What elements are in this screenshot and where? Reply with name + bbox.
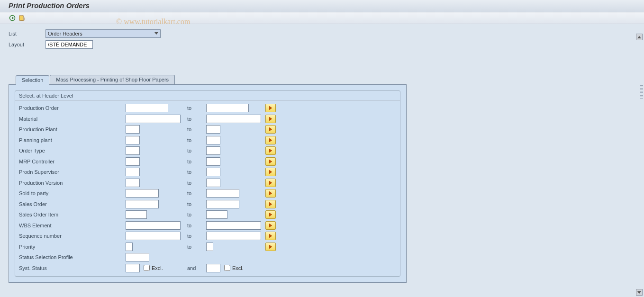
sales-order-from[interactable]	[126, 200, 159, 208]
production-version-multi[interactable]	[265, 179, 276, 187]
arrow-right-icon	[269, 191, 272, 195]
wbs-element-from[interactable]	[126, 221, 181, 230]
excl-1-wrap[interactable]: Excl.	[144, 265, 163, 271]
sequence-number-to[interactable]	[206, 232, 261, 240]
excl-1-checkbox[interactable]	[144, 265, 150, 271]
excl-2-checkbox[interactable]	[224, 265, 230, 271]
sales-order-item-to[interactable]	[206, 210, 227, 219]
mrp-controller-multi[interactable]	[265, 157, 276, 166]
sold-to-party-multi[interactable]	[265, 189, 276, 198]
material-from[interactable]	[126, 115, 181, 123]
wbs-element-to[interactable]	[206, 221, 261, 230]
scroll-up-button[interactable]	[636, 34, 643, 40]
tab-mass-processing[interactable]: Mass Processing - Printing of Shop Floor…	[50, 75, 175, 84]
toolbar	[0, 12, 644, 24]
prodn-supervisor-to[interactable]	[206, 168, 220, 176]
arrow-right-icon	[269, 224, 272, 227]
status-selection-profile-input[interactable]	[126, 253, 149, 261]
sequence-number-from[interactable]	[126, 232, 181, 240]
sold-to-party-to[interactable]	[206, 189, 239, 198]
sales-order-item-from[interactable]	[126, 210, 147, 219]
arrow-right-icon	[269, 138, 272, 142]
row-order-type: Order Type to	[19, 145, 396, 156]
label-syst-status: Syst. Status	[19, 265, 126, 271]
production-version-to[interactable]	[206, 179, 220, 187]
arrow-right-icon	[269, 106, 272, 110]
row-production-version: Production Version to	[19, 178, 396, 189]
arrow-right-icon	[269, 202, 272, 206]
label-planning-plant: Planning plant	[19, 137, 126, 143]
row-mrp-controller: MRP Controller to	[19, 156, 396, 167]
page-title: Print Production Orders	[0, 0, 644, 12]
prodn-supervisor-multi[interactable]	[265, 168, 276, 176]
row-sales-order-item: Sales Order Item to	[19, 209, 396, 220]
wbs-element-multi[interactable]	[265, 221, 276, 230]
label-material: Material	[19, 116, 126, 122]
row-sequence-number: Sequence number to	[19, 231, 396, 242]
production-plant-from[interactable]	[126, 125, 140, 134]
row-material: Material to	[19, 114, 396, 125]
scroll-down-button[interactable]	[636, 289, 643, 296]
row-prodn-supervisor: Prodn Supervisor to	[19, 167, 396, 178]
planning-plant-multi[interactable]	[265, 136, 276, 144]
order-type-from[interactable]	[126, 146, 140, 155]
list-dropdown[interactable]: Order Headers	[45, 29, 161, 38]
tab-selection[interactable]: Selection	[16, 75, 49, 85]
row-sold-to-party: Sold-to party to	[19, 188, 396, 199]
planning-plant-to[interactable]	[206, 136, 220, 144]
sold-to-party-from[interactable]	[126, 189, 159, 198]
chevron-up-icon	[637, 36, 641, 38]
execute-icon[interactable]	[9, 14, 16, 22]
sequence-number-multi[interactable]	[265, 232, 276, 240]
label-status-selection-profile: Status Selection Profile	[19, 254, 126, 260]
arrow-right-icon	[269, 149, 272, 153]
chevron-down-icon	[637, 291, 641, 294]
production-plant-multi[interactable]	[265, 125, 276, 134]
tab-panel-selection: Select. at Header Level Production Order…	[9, 84, 407, 283]
planning-plant-from[interactable]	[126, 136, 140, 144]
priority-from[interactable]	[126, 243, 133, 251]
syst-status-2[interactable]	[206, 264, 220, 272]
arrow-right-icon	[269, 234, 272, 238]
priority-multi[interactable]	[265, 243, 276, 251]
row-priority: Priority to	[19, 242, 396, 252]
splitter-grip[interactable]	[640, 85, 643, 99]
excl-1-label: Excl.	[152, 265, 163, 271]
label-sales-order: Sales Order	[19, 201, 126, 207]
main-content: List Order Headers Layout Selection Mass…	[0, 24, 644, 297]
material-to[interactable]	[206, 115, 261, 123]
syst-status-1[interactable]	[126, 264, 140, 272]
layout-input[interactable]	[45, 40, 93, 49]
prodn-supervisor-from[interactable]	[126, 168, 140, 176]
material-multi[interactable]	[265, 115, 276, 123]
label-sales-order-item: Sales Order Item	[19, 212, 126, 217]
group-title: Select. at Header Level	[15, 91, 400, 101]
excl-2-label: Excl.	[232, 265, 244, 271]
row-sales-order: Sales Order to	[19, 199, 396, 210]
arrow-right-icon	[269, 127, 272, 131]
label-order-type: Order Type	[19, 148, 126, 153]
order-type-to[interactable]	[206, 146, 220, 155]
mrp-controller-from[interactable]	[126, 157, 140, 166]
production-order-from[interactable]	[126, 104, 168, 112]
mrp-controller-to[interactable]	[206, 157, 220, 166]
production-plant-to[interactable]	[206, 125, 220, 134]
sales-order-to[interactable]	[206, 200, 239, 208]
label-production-version: Production Version	[19, 180, 126, 186]
variant-icon[interactable]	[18, 14, 26, 22]
order-type-multi[interactable]	[265, 146, 276, 155]
row-syst-status: Syst. Status Excl. and Excl.	[19, 263, 396, 274]
excl-2-wrap[interactable]: Excl.	[224, 265, 244, 271]
to-label: to	[187, 105, 206, 111]
label-wbs-element: WBS Element	[19, 223, 126, 228]
priority-to[interactable]	[206, 243, 213, 251]
group-header-level: Select. at Header Level Production Order…	[15, 90, 400, 277]
arrow-right-icon	[269, 117, 272, 121]
label-production-plant: Production Plant	[19, 126, 126, 132]
production-order-multi[interactable]	[265, 104, 276, 112]
row-production-order: Production Order to	[19, 103, 396, 114]
sales-order-item-multi[interactable]	[265, 210, 276, 219]
production-version-from[interactable]	[126, 179, 140, 187]
production-order-to[interactable]	[206, 104, 249, 112]
sales-order-multi[interactable]	[265, 200, 276, 208]
